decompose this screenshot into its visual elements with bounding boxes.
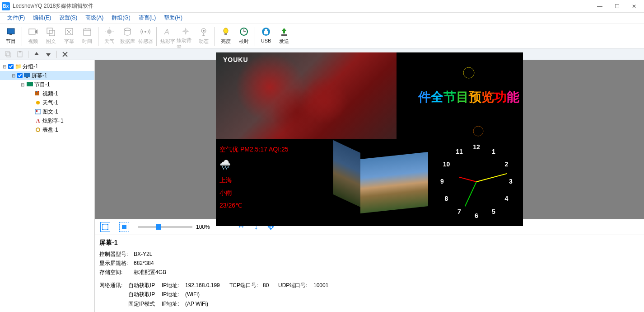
minute-hand — [465, 182, 477, 207]
weather-icon: 🌧️ — [219, 156, 330, 174]
menu-edit[interactable]: 编辑(E) — [29, 13, 55, 23]
svg-text:A: A — [164, 28, 169, 36]
weather-region: 空气优 PM2.5:17 AQI:25 🌧️ 上海 小雨 23/26℃ — [216, 139, 333, 226]
program-icon — [5, 26, 16, 37]
tree-screen[interactable]: ⊟ 屏幕-1 — [0, 71, 94, 80]
tree-item-video[interactable]: 视频-1 — [0, 89, 94, 98]
svg-rect-27 — [265, 29, 267, 31]
group-checkbox[interactable] — [8, 64, 14, 69]
time-icon — [82, 26, 93, 37]
screen-icon — [23, 72, 31, 79]
video-icon — [34, 90, 42, 97]
ribbon-weather[interactable]: 天气 — [100, 25, 118, 47]
svg-rect-51 — [107, 229, 108, 230]
svg-rect-49 — [107, 224, 108, 225]
svg-point-45 — [463, 67, 474, 78]
svg-rect-5 — [65, 28, 73, 35]
menu-group[interactable]: 群组(G) — [108, 13, 134, 23]
hour-hand — [459, 177, 476, 182]
ribbon-program[interactable]: 节目 — [2, 25, 20, 47]
zoom-percent: 100% — [196, 224, 210, 230]
video-icon — [28, 26, 38, 37]
svg-rect-41 — [35, 109, 41, 114]
ribbon-usb[interactable]: USB — [257, 25, 275, 47]
svg-rect-0 — [7, 28, 14, 34]
menu-language[interactable]: 语言(L) — [135, 13, 160, 23]
ribbon-send[interactable]: 发送 — [275, 25, 293, 47]
svg-rect-1 — [9, 34, 12, 35]
fit-screen-button[interactable] — [100, 222, 110, 232]
close-button[interactable]: ✕ — [626, 1, 642, 12]
weather-condition: 小雨 — [219, 186, 330, 199]
second-hand — [476, 173, 507, 182]
move-up-button[interactable] — [32, 50, 41, 59]
tree-label: 视频-1 — [42, 90, 58, 98]
delete-button[interactable] — [61, 50, 70, 59]
tree-group[interactable]: ⊟ 📁 分组-1 — [0, 62, 94, 71]
tree-item-fancy-text[interactable]: A炫彩字-1 — [0, 116, 94, 125]
tree-label: 表盘-1 — [42, 126, 58, 134]
ribbon-sensor[interactable]: 传感器 — [136, 25, 154, 47]
svg-rect-3 — [47, 28, 52, 33]
app-icon: Bx — [2, 2, 10, 10]
menu-help[interactable]: 帮助(H) — [160, 13, 186, 23]
tree-item-dial[interactable]: 表盘-1 — [0, 125, 94, 134]
svg-point-46 — [473, 126, 483, 136]
image-text-icon — [34, 109, 42, 115]
ribbon-subtitle[interactable]: 字幕 — [60, 25, 78, 47]
ribbon-dynamic[interactable]: 动态 — [195, 25, 213, 47]
tree-program[interactable]: ⊟ 节目-1 — [0, 80, 94, 89]
weather-temp: 23/26℃ — [219, 199, 330, 212]
preview-canvas[interactable]: YOUKU 件全节目预览功能 空气优 PM2.5:17 AQI:25 🌧️ 上海… — [95, 60, 644, 219]
tree-label: 天气-1 — [42, 99, 58, 107]
window-title: LedshowYQ 2018多媒体编辑软件 — [13, 2, 592, 10]
svg-rect-42 — [36, 110, 37, 112]
svg-rect-2 — [29, 29, 35, 34]
minimize-button[interactable]: — — [592, 1, 608, 12]
paste-icon-button[interactable] — [15, 50, 24, 59]
fancy-bg-icon — [180, 26, 191, 36]
tree-item-weather[interactable]: 天气-1 — [0, 98, 94, 107]
expand-icon[interactable]: ⊟ — [11, 73, 16, 78]
ribbon-fancy-text[interactable]: A炫彩字 — [159, 25, 177, 47]
ribbon-time-sync[interactable]: 校时 — [235, 25, 253, 47]
menu-settings[interactable]: 设置(S) — [56, 13, 81, 23]
svg-rect-35 — [26, 77, 28, 78]
expand-icon[interactable]: ⊟ — [2, 64, 7, 69]
fancy-text-icon: A — [162, 26, 173, 37]
ribbon-time[interactable]: 时间 — [78, 25, 96, 47]
ribbon-fancy-bg[interactable]: 炫动背景 — [177, 25, 195, 47]
dial-icon — [34, 127, 42, 133]
usb-icon — [261, 26, 271, 37]
weather-city: 上海 — [219, 174, 330, 186]
svg-rect-34 — [24, 73, 30, 77]
move-down-button[interactable] — [44, 50, 53, 59]
tree-label: 分组-1 — [23, 63, 38, 71]
clock-region: 12 1 2 3 4 5 6 7 8 9 10 11 — [434, 138, 519, 224]
screen-checkbox[interactable] — [17, 73, 23, 78]
zoom-slider[interactable] — [138, 226, 192, 228]
svg-rect-29 — [281, 34, 287, 36]
ribbon-database[interactable]: 数据库 — [118, 25, 136, 47]
tree-pane[interactable]: ⊟ 📁 分组-1 ⊟ 屏幕-1 ⊟ 节目-1 视频-1 天气-1 图文-1 A炫… — [0, 60, 95, 312]
ribbon-image-text[interactable]: 图文 — [42, 25, 60, 47]
svg-point-44 — [37, 128, 39, 131]
tree-item-image-text[interactable]: 图文-1 — [0, 107, 94, 116]
expand-icon[interactable]: ⊟ — [20, 82, 25, 87]
weather-icon — [34, 99, 42, 106]
menu-advanced[interactable]: 高级(A) — [82, 13, 107, 23]
led-screen: YOUKU 件全节目预览功能 空气优 PM2.5:17 AQI:25 🌧️ 上海… — [216, 52, 523, 226]
svg-point-16 — [145, 31, 146, 33]
copy-icon-button[interactable] — [4, 50, 13, 59]
menu-file[interactable]: 文件(F) — [4, 13, 28, 23]
folder-icon: 📁 — [14, 63, 22, 70]
maximize-button[interactable]: ☐ — [609, 1, 625, 12]
database-icon — [122, 26, 133, 37]
ribbon-video[interactable]: 视频 — [24, 25, 42, 47]
ribbon-brightness[interactable]: 亮度 — [217, 25, 235, 47]
svg-rect-21 — [224, 33, 227, 35]
dynamic-icon — [198, 26, 209, 37]
actual-size-button[interactable] — [119, 222, 129, 232]
svg-point-40 — [36, 101, 40, 104]
subtitle-icon — [64, 26, 75, 37]
